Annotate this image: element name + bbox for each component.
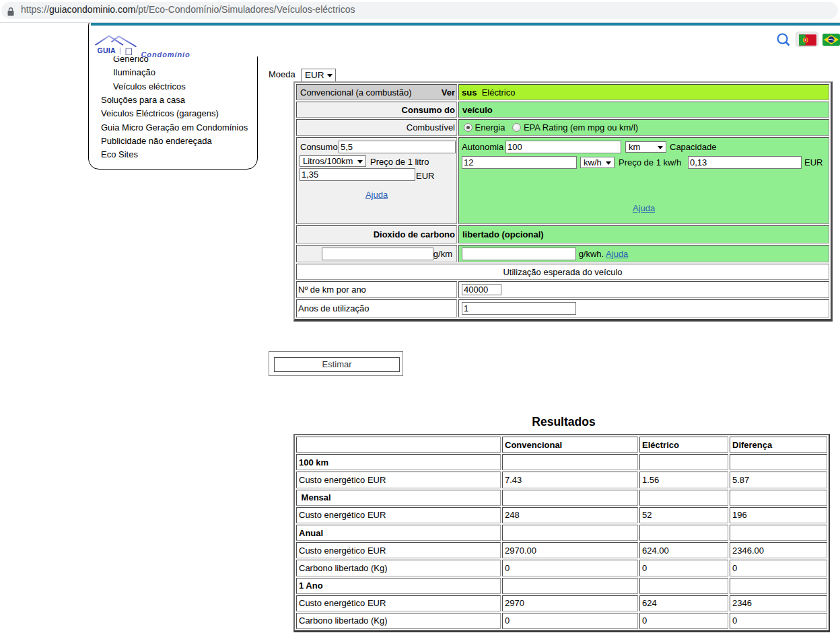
svg-text:GUIA: GUIA bbox=[98, 46, 116, 54]
svg-text:Condomínio: Condomínio bbox=[141, 50, 190, 59]
